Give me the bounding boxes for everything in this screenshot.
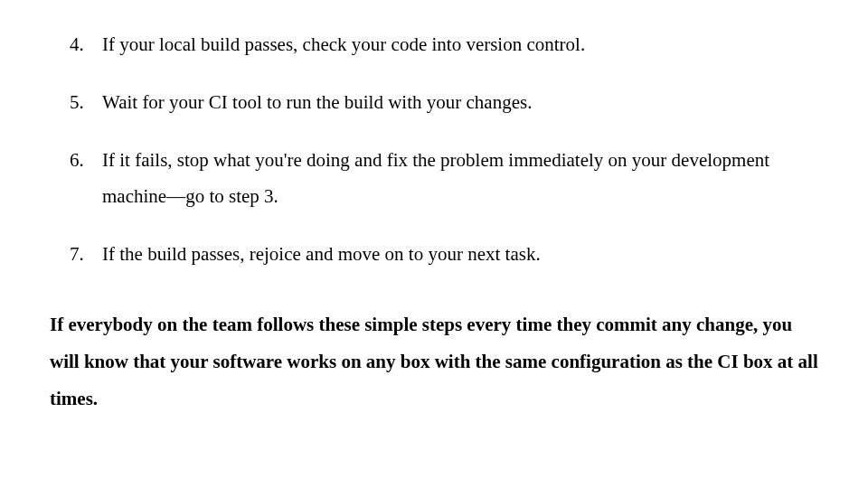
list-item: 4. If your local build passes, check you…	[50, 27, 818, 63]
item-text: If it fails, stop what you're doing and …	[102, 143, 818, 215]
list-item: 5. Wait for your CI tool to run the buil…	[50, 85, 818, 121]
item-text: If your local build passes, check your c…	[102, 27, 818, 63]
item-text: If the build passes, rejoice and move on…	[102, 237, 818, 273]
list-item: 6. If it fails, stop what you're doing a…	[50, 143, 818, 215]
item-number: 5.	[70, 85, 102, 121]
closing-paragraph: If everybody on the team follows these s…	[50, 306, 818, 418]
item-text: Wait for your CI tool to run the build w…	[102, 85, 818, 121]
list-item: 7. If the build passes, rejoice and move…	[50, 237, 818, 273]
steps-list: 4. If your local build passes, check you…	[50, 27, 818, 272]
item-number: 7.	[70, 237, 102, 273]
item-number: 6.	[70, 143, 102, 215]
item-number: 4.	[70, 27, 102, 63]
